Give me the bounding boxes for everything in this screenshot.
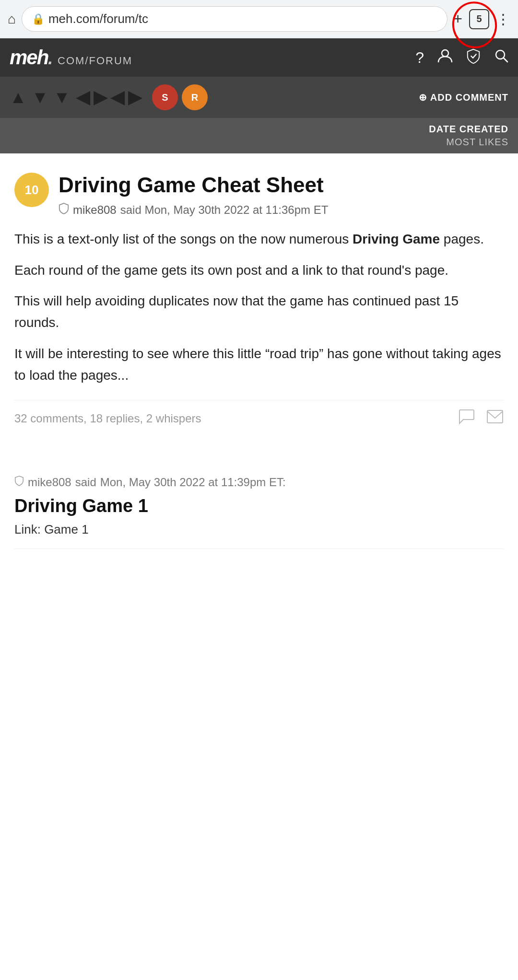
- author-name: mike808: [73, 203, 117, 217]
- comment-1-said: said: [75, 476, 96, 489]
- post-stats: 32 comments, 18 replies, 2 whispers: [14, 412, 448, 425]
- post-paragraph-1: This is a text-only list of the songs on…: [14, 229, 504, 250]
- comment-section: mike808 said Mon, May 30th 2022 at 11:39…: [14, 456, 504, 549]
- post-footer-icons: [458, 408, 504, 430]
- comment-1-text: Link: Game 1: [14, 520, 504, 539]
- post-meta: mike808 said Mon, May 30th 2022 at 11:36…: [59, 203, 328, 217]
- user-icon[interactable]: [437, 48, 453, 67]
- toolbar-avatars: S R: [152, 84, 208, 110]
- toolbar: ▲ ▼ ▼ ◀ ▶ ◀ ▶ S R ⊕ ADD COMMENT: [0, 77, 518, 118]
- comment-1-heading: Driving Game 1: [14, 496, 504, 516]
- post-date-text: said Mon, May 30th 2022 at 11:36pm ET: [120, 203, 329, 217]
- browser-actions: + 5 ⋮: [453, 9, 510, 29]
- site-logo: meh.: [10, 46, 57, 69]
- comment-1-author: mike808: [28, 476, 71, 489]
- star-count: 10: [25, 183, 39, 198]
- browser-menu-button[interactable]: ⋮: [496, 11, 510, 27]
- post-paragraph-3: This will help avoiding duplicates now t…: [14, 291, 504, 334]
- add-comment-label: ADD COMMENT: [430, 92, 508, 103]
- next2-button[interactable]: ▶: [128, 87, 141, 107]
- shield-icon[interactable]: [466, 48, 481, 67]
- avatar-2: R: [182, 84, 208, 110]
- post-date: Mon, May 30th 2022 at 11:36pm ET: [144, 203, 328, 216]
- comment-1-body: Driving Game 1 Link: Game 1: [14, 496, 504, 539]
- downvote-button[interactable]: ▼: [32, 87, 49, 107]
- add-comment-plus-icon: ⊕: [419, 92, 427, 103]
- site-logo-block: meh. COM/FORUM: [10, 46, 132, 69]
- tab-count-badge[interactable]: 5: [469, 9, 489, 29]
- site-nav-text: COM/FORUM: [58, 55, 132, 67]
- search-icon[interactable]: [494, 48, 508, 67]
- url-bar[interactable]: 🔒 meh.com/forum/tc: [22, 6, 447, 32]
- downvote2-button[interactable]: ▼: [53, 87, 71, 107]
- sort-bar: DATE CREATED MOST LIKES: [0, 118, 518, 153]
- svg-rect-3: [487, 410, 503, 423]
- comment-1: mike808 said Mon, May 30th 2022 at 11:39…: [14, 466, 504, 549]
- comment-1-date: Mon, May 30th 2022 at 11:39pm ET:: [100, 476, 286, 489]
- site-header: meh. COM/FORUM ?: [0, 38, 518, 77]
- prev-button[interactable]: ◀: [76, 87, 90, 107]
- lock-icon: 🔒: [32, 13, 45, 25]
- home-icon[interactable]: ⌂: [8, 12, 16, 27]
- url-text: meh.com/forum/tc: [48, 12, 148, 26]
- avatar-1: S: [152, 84, 178, 110]
- sort-date-created[interactable]: DATE CREATED: [429, 124, 508, 135]
- post-footer: 32 comments, 18 replies, 2 whispers: [14, 400, 504, 437]
- post-paragraph-2: Each round of the game gets its own post…: [14, 260, 504, 281]
- author-shield-icon: [59, 203, 69, 217]
- site-header-icons: ?: [415, 48, 508, 67]
- next-button[interactable]: ▶: [94, 87, 107, 107]
- add-comment-button[interactable]: ⊕ ADD COMMENT: [419, 92, 508, 103]
- svg-line-2: [504, 58, 507, 62]
- vote-arrows: ▲ ▼ ▼: [10, 87, 71, 107]
- comment-1-meta: mike808 said Mon, May 30th 2022 at 11:39…: [14, 476, 504, 489]
- svg-point-0: [442, 50, 448, 57]
- post-body: This is a text-only list of the songs on…: [14, 229, 504, 386]
- main-content: 10 Driving Game Cheat Sheet mike808 said…: [0, 153, 518, 563]
- comment-icon[interactable]: [458, 408, 475, 430]
- post-paragraph-4: It will be interesting to see where this…: [14, 343, 504, 386]
- post-header: 10 Driving Game Cheat Sheet mike808 said…: [14, 173, 504, 217]
- post-title: Driving Game Cheat Sheet: [59, 173, 328, 198]
- browser-bar: ⌂ 🔒 meh.com/forum/tc + 5 ⋮: [0, 0, 518, 38]
- nav-arrows: ◀ ▶ ◀ ▶: [76, 87, 141, 107]
- comment-shield-icon: [14, 476, 24, 489]
- star-badge: 10: [14, 173, 49, 207]
- upvote-button[interactable]: ▲: [10, 87, 27, 107]
- mail-icon[interactable]: [486, 408, 504, 430]
- post-title-block: Driving Game Cheat Sheet mike808 said Mo…: [59, 173, 328, 217]
- help-icon[interactable]: ?: [415, 49, 424, 67]
- prev2-button[interactable]: ◀: [111, 87, 124, 107]
- sort-most-likes[interactable]: MOST LIKES: [446, 137, 508, 148]
- new-tab-button[interactable]: +: [453, 10, 462, 28]
